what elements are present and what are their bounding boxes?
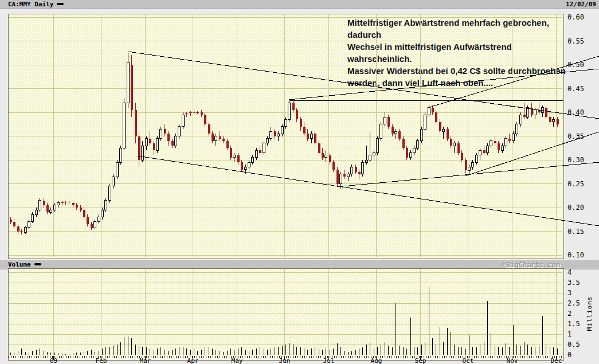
price-series-dash-icon: [57, 3, 64, 5]
volume-y-tick-label: 4: [567, 268, 571, 276]
volume-title-text: Volume: [8, 261, 31, 268]
price-y-tick-label: 0.20: [567, 203, 584, 212]
month-label: Aug: [371, 357, 382, 364]
volume-title: Volume: [8, 261, 41, 268]
month-label: Oct: [463, 357, 474, 364]
price-y-tick-label: 0.30: [567, 156, 584, 164]
annotation-line: werden, dann viel Luft nach oben....: [347, 77, 568, 89]
symbol-title: CA:MMY Daily: [8, 1, 64, 8]
price-y-tick-label: 0.40: [567, 108, 584, 116]
volume-chart-panel: [8, 268, 564, 357]
volume-series-dash-icon: [34, 263, 41, 265]
price-y-tick-label: 0.15: [567, 228, 584, 236]
month-label: Jun: [279, 357, 291, 364]
month-label: May: [232, 357, 243, 364]
chart-header-band: CA:MMY Daily 12/02/09: [0, 0, 599, 9]
volume-y-tick-label: 0.5: [567, 340, 580, 349]
price-y-tick-label: 0.35: [567, 132, 584, 140]
price-y-tick-label: 0.25: [567, 180, 584, 188]
price-y-tick-label: 0.60: [567, 13, 584, 21]
bigcharts-watermark: ©BigCharts.com: [502, 261, 560, 269]
millions-axis-unit-label: Millions: [569, 295, 599, 332]
annotation-line: Wechsel in mittelfristigen Aufwärtstrend…: [347, 41, 568, 65]
month-label: Apr: [187, 357, 199, 364]
volume-y-tick-label: 3.5: [567, 279, 580, 287]
month-label: Sep: [415, 357, 426, 364]
chart-date: 12/02/09: [566, 1, 596, 8]
month-label: Mar: [140, 357, 151, 364]
price-y-tick-label: 0.10: [567, 251, 584, 259]
volume-y-tick-label: 0: [567, 351, 571, 359]
month-label: 09: [50, 357, 57, 364]
month-label: Dec: [551, 357, 562, 364]
month-label: Feb: [96, 357, 107, 364]
symbol-title-text: CA:MMY Daily: [8, 1, 53, 8]
price-y-tick-label: 0.45: [567, 85, 584, 93]
price-y-tick-label: 0.50: [567, 61, 584, 69]
annotation-line: Massiver Widerstand bei 0,42 C$ sollte d…: [347, 65, 568, 77]
month-label: Nov: [507, 357, 518, 364]
analyst-annotation: Mittelfristiger Abwärtstrend mehrfach ge…: [347, 17, 568, 89]
annotation-line: Mittelfristiger Abwärtstrend mehrfach ge…: [347, 17, 568, 41]
month-label: Jul: [323, 357, 335, 364]
price-y-tick-label: 0.55: [567, 37, 584, 45]
